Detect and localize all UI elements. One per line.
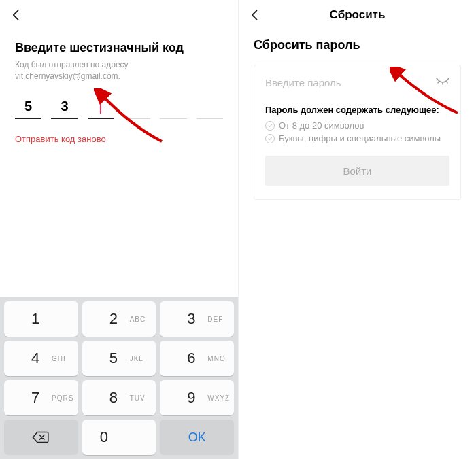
check-circle-icon xyxy=(265,121,275,131)
key-num: 9 xyxy=(177,389,203,407)
numeric-keypad: 12ABC3DEF4GHI5JKL6MNO7PQRS8TUV9WXYZ 0 OK xyxy=(0,297,238,459)
content: Введите шестизначный код Код был отправл… xyxy=(0,27,238,144)
key-letters: JKL xyxy=(130,355,143,362)
key-8[interactable]: 8TUV xyxy=(82,380,156,415)
key-3[interactable]: 3DEF xyxy=(160,301,234,337)
password-input[interactable] xyxy=(265,77,422,88)
back-button[interactable] xyxy=(8,7,24,23)
code-cell-0[interactable]: 5 xyxy=(15,95,41,119)
header: Сбросить xyxy=(239,0,476,27)
page-title: Введите шестизначный код xyxy=(15,41,223,55)
header-title: Сбросить xyxy=(247,8,468,22)
key-7[interactable]: 7PQRS xyxy=(4,380,78,415)
reset-password-screen: Сбросить Сбросить пароль Пароль должен с… xyxy=(238,0,476,459)
login-label: Войти xyxy=(343,165,372,177)
eye-closed-icon[interactable] xyxy=(436,76,449,88)
email: vit.chernyavskiy@gmail.com xyxy=(15,71,118,81)
key-1[interactable]: 1 xyxy=(4,301,78,337)
code-input-row[interactable]: 53 xyxy=(15,95,223,119)
key-2[interactable]: 2ABC xyxy=(82,301,156,337)
requirements-title: Пароль должен содержать следующее: xyxy=(265,105,449,115)
key-6[interactable]: 6MNO xyxy=(160,341,234,376)
key-num: 5 xyxy=(100,350,126,367)
backspace-key[interactable] xyxy=(4,420,78,455)
password-row xyxy=(265,76,449,94)
requirement-2-text: Буквы, цифры и специальные символы xyxy=(279,133,441,143)
key-4[interactable]: 4GHI xyxy=(4,341,78,376)
code-entry-screen: Введите шестизначный код Код был отправл… xyxy=(0,0,238,459)
password-card: Пароль должен содержать следующее: От 8 … xyxy=(254,65,461,200)
content: Сбросить пароль Пароль должен содержать … xyxy=(239,27,476,200)
requirement-1: От 8 до 20 символов xyxy=(265,120,449,131)
code-cell-2[interactable] xyxy=(88,95,114,119)
login-button[interactable]: Войти xyxy=(265,156,449,186)
check-circle-icon xyxy=(265,134,275,143)
key-9[interactable]: 9WXYZ xyxy=(160,380,234,415)
subtitle-suffix: . xyxy=(118,71,120,81)
subtitle: Код был отправлен по адресу vit.chernyav… xyxy=(15,59,223,82)
key-num: 7 xyxy=(22,389,48,407)
caret xyxy=(100,99,101,114)
key-num: 6 xyxy=(177,350,203,367)
page-title: Сбросить пароль xyxy=(254,38,461,52)
resend-link[interactable]: Отправить код заново xyxy=(15,134,223,144)
code-cell-4[interactable] xyxy=(160,95,186,119)
ok-key[interactable]: OK xyxy=(160,420,234,455)
code-cell-3[interactable] xyxy=(124,95,150,119)
key-letters: PQRS xyxy=(52,394,73,402)
key-letters: WXYZ xyxy=(207,394,230,402)
key-num: 4 xyxy=(22,350,48,367)
key-letters: DEF xyxy=(207,316,223,323)
header xyxy=(0,0,238,27)
key-5[interactable]: 5JKL xyxy=(82,341,156,376)
key-letters: TUV xyxy=(130,394,146,402)
key-0-num: 0 xyxy=(100,428,108,446)
key-num: 8 xyxy=(100,389,126,407)
key-num: 2 xyxy=(100,310,126,328)
key-letters: MNO xyxy=(207,355,225,362)
requirement-2: Буквы, цифры и специальные символы xyxy=(265,133,449,143)
key-num: 1 xyxy=(22,310,48,328)
key-letters: GHI xyxy=(52,355,66,362)
key-num: 3 xyxy=(177,310,203,328)
subtitle-prefix: Код был отправлен по адресу xyxy=(15,60,129,69)
key-letters: ABC xyxy=(130,316,146,323)
requirement-1-text: От 8 до 20 символов xyxy=(279,120,364,131)
ok-label: OK xyxy=(188,430,206,445)
key-0[interactable]: 0 xyxy=(82,420,156,455)
code-cell-1[interactable]: 3 xyxy=(51,95,78,119)
code-cell-5[interactable] xyxy=(197,95,223,119)
